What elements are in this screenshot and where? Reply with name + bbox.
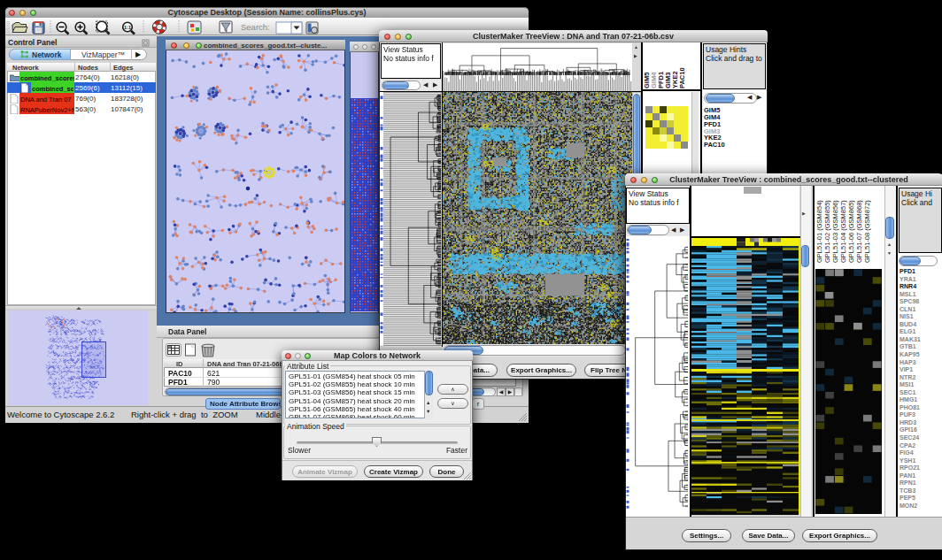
svg-text:1:1: 1:1 bbox=[124, 25, 131, 30]
svg-text:Search:: Search: bbox=[241, 22, 270, 32]
